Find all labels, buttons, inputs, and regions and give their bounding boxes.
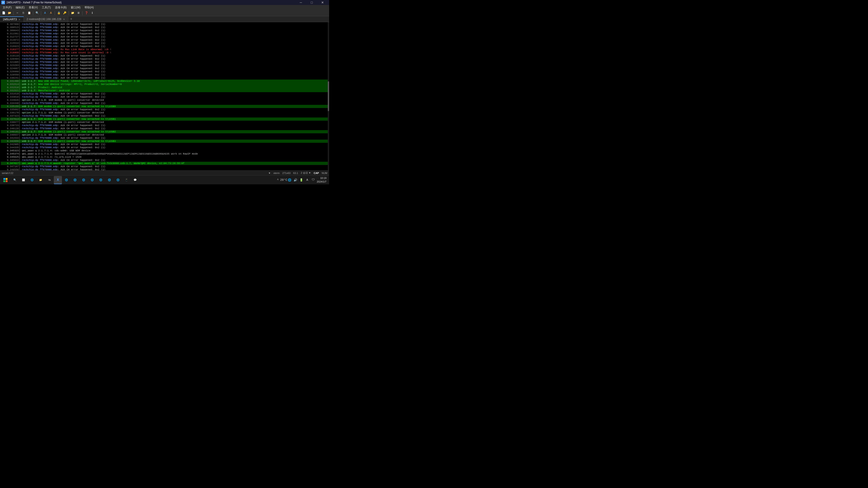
terminal-line-9: 9.318809] rockchip-dp ff970000.edp: Rx M… [1, 51, 328, 54]
menubar: 文件(F) 编辑(E) 查看(V) 工具(T) 选项卡(B) 窗口(W) 帮助(… [0, 5, 329, 10]
terminal-output[interactable]: 9.307008] rockchip-dp ff970000.edp: AUX … [0, 22, 329, 170]
tab-rootroot[interactable]: 2 rootroot@192.168.186.228 ✕ [24, 17, 68, 22]
terminal-line-16: 9.328559] rockchip-dp ff970000.edp: AUX … [1, 73, 328, 76]
toolbar-lock[interactable]: 🔒 [56, 11, 61, 15]
tab-rootroot-close[interactable]: ✕ [63, 18, 65, 21]
statusbar: serial://:22 ▼ xterm 271x63 63.1 2 会话 ▼ … [0, 170, 329, 175]
taskbar-taskview[interactable]: ⬜ [20, 176, 28, 184]
menu-file[interactable]: 文件(F) [1, 5, 13, 10]
menu-window[interactable]: 窗口(W) [69, 5, 82, 10]
toolbar-help[interactable]: ❓ [84, 11, 89, 15]
terminal-line-43: 9.345833] rockchip-dp ff970000.edp: AUX … [1, 159, 328, 162]
toolbar-sep3 [41, 11, 41, 15]
terminal-line-38: 9.342905] rockchip-dp ff970000.edp: AUX … [1, 143, 328, 146]
terminal-line-26: 9.335155] usb 2-1.7: GSM modem (1-port) … [1, 105, 328, 108]
taskbar-chrome1[interactable]: 🌐 [62, 176, 70, 184]
minimize-button[interactable]: ─ [296, 0, 306, 5]
tray-lang[interactable]: A [305, 178, 309, 182]
terminal-line-27: 9.335892] rockchip-dp ff970000.edp: AUX … [1, 108, 328, 111]
terminal-line-6: 9.315534] rockchip-dp ff970000.edp: AUX … [1, 41, 328, 45]
tab-add-button[interactable]: + [68, 17, 74, 22]
taskbar-search[interactable]: 🔍 [11, 176, 19, 184]
terminal-line-15: 9.326060] rockchip-dp ff970000.edp: AUX … [1, 70, 328, 73]
taskbar-app2[interactable]: 💬 [131, 176, 139, 184]
titlebar-left: X 1M5UART3 - Xshell 7 (Free for Home/Sch… [1, 1, 62, 4]
toolbar-cut[interactable]: ✂ [15, 11, 20, 15]
toolbar-sep4 [55, 11, 55, 15]
session-path: serial://:22 [2, 172, 13, 174]
tray-volume[interactable]: 🔊 [293, 178, 298, 182]
toolbar-info[interactable]: ℹ [90, 11, 95, 15]
start-button[interactable] [1, 176, 10, 184]
terminal-line-1: 9.308515] rockchip-dp ff970000.edp: AUX … [1, 26, 328, 29]
menu-help[interactable]: 帮助(H) [83, 5, 96, 10]
scrollbar-thumb[interactable] [328, 81, 329, 111]
terminal-line-33: 9.340120] rockchip-dp ff970000.edp: AUX … [1, 127, 328, 130]
tabbar: 1M5UART3 ✕ 2 rootroot@192.168.186.228 ✕ … [0, 16, 329, 22]
tray-antivirus[interactable]: 🛡 [311, 178, 315, 182]
toolbar-new[interactable]: 📄 [1, 11, 6, 15]
taskbar-store[interactable]: 🛍 [45, 176, 53, 184]
terminal-line-32: 9.338723] rockchip-dp ff970000.edp: AUX … [1, 124, 328, 127]
tab-1m5uart3-close[interactable]: ✕ [18, 18, 21, 21]
taskbar-explorer[interactable]: 📁 [37, 176, 45, 184]
terminal-line-5: 9.313972] rockchip-dp ff970000.edp: AUX … [1, 38, 328, 41]
toolbar-open[interactable]: 📂 [7, 11, 12, 15]
terminal-line-28: 9.336170] option 2-1.7:1.1: GSM modem (1… [1, 111, 328, 114]
taskbar-xshell[interactable]: X [54, 176, 62, 184]
clock-time: 10:19 [317, 176, 327, 180]
menu-view[interactable]: 查看(V) [27, 5, 39, 10]
menu-edit[interactable]: 编辑(E) [14, 5, 26, 10]
terminal-line-24: 9.334026] option 2-1.7:1.0: GSM modem (1… [1, 98, 328, 102]
toolbar-copy[interactable]: ⎘ [21, 11, 26, 15]
maximize-button[interactable]: □ [307, 0, 317, 5]
tray-battery[interactable]: 🔋 [299, 178, 304, 182]
cap-indicator: CAP [314, 172, 319, 174]
taskbar-chrome6[interactable]: 🌐 [105, 176, 114, 184]
menu-tabs[interactable]: 选项卡(B) [53, 5, 68, 10]
toolbar-search[interactable]: 🔍 [34, 11, 40, 15]
terminal-line-3: 9.311561] rockchip-dp ff970000.edp: AUX … [1, 32, 328, 35]
terminal-line-42: 9.345625] qmi_wwan q 2-1.7:1.4: rx_urb_s… [1, 156, 328, 159]
window-title: 1M5UART3 - Xshell 7 (Free for Home/Schoo… [6, 1, 62, 4]
taskbar-app1[interactable]: 📱 [123, 176, 131, 184]
menu-tools[interactable]: 工具(T) [40, 5, 53, 10]
tab-1m5uart3[interactable]: 1M5UART3 ✕ [0, 17, 24, 22]
toolbar-color2[interactable]: A [48, 11, 54, 15]
system-clock[interactable]: 10:19 2024/1/7 [317, 176, 327, 184]
zoom-level: 63.1 [293, 172, 298, 174]
toolbar-color[interactable]: A [42, 11, 48, 15]
terminal-line-23: 9.333016] rockchip-dp ff970000.edp: AUX … [1, 95, 328, 98]
taskbar-chrome4[interactable]: 🌐 [88, 176, 96, 184]
toolbar-paste[interactable]: 📋 [26, 11, 32, 15]
taskbar-chrome7[interactable]: 🌐 [114, 176, 122, 184]
terminal-line-41: 9.345374] qmi_wwan q 2-1.7:1.4: Quectel … [1, 152, 328, 156]
terminal-line-11: 9.320494] rockchip-dp ff970000.edp: AUX … [1, 57, 328, 61]
tray-chevron[interactable]: ^ [276, 178, 280, 182]
terminal-line-7: 9.316923] rockchip-dp ff970000.edp: AUX … [1, 45, 328, 48]
close-button[interactable]: ✕ [317, 0, 328, 5]
toolbar-key[interactable]: 🔑 [62, 11, 67, 15]
taskbar-items: 🔍 ⬜ 🌐 📁 🛍 X 🌐 🌐 🌐 🌐 🌐 🌐 🌐 📱 💬 [11, 176, 273, 184]
terminal-line-45: 9.347167] rockchip-dp ff970000.edp: AUX … [1, 165, 328, 168]
toolbar-folder[interactable]: 📁 [70, 11, 75, 15]
terminal-line-19: 9.331514] usb 2-1.7: New USB device stri… [1, 83, 328, 86]
titlebar-controls: ─ □ ✕ [296, 0, 328, 5]
tray-temp[interactable]: 20°C [281, 178, 286, 182]
taskbar-chrome5[interactable]: 🌐 [97, 176, 105, 184]
terminal-type: xterm [274, 172, 280, 174]
tab-1m5uart3-label: 1M5UART3 [3, 18, 17, 21]
scrollbar-track[interactable] [328, 22, 329, 170]
terminal-size: 271x63 [282, 172, 290, 174]
terminal-line-10: 9.319119] rockchip-dp ff970000.edp: AUX … [1, 54, 328, 57]
taskbar-chrome3[interactable]: 🌐 [80, 176, 88, 184]
toolbar-monitor[interactable]: 🖥 [76, 11, 81, 15]
session-count[interactable]: 2 会话 ▼ [301, 171, 311, 175]
terminal-line-12: 9.321885] rockchip-dp ff970000.edp: AUX … [1, 61, 328, 64]
terminal-line-2: 9.309843] rockchip-dp ff970000.edp: AUX … [1, 29, 328, 32]
tray-network[interactable]: 🌐 [287, 178, 292, 182]
taskbar-chrome2[interactable]: 🌐 [71, 176, 79, 184]
svg-rect-0 [3, 178, 5, 180]
taskbar-edge[interactable]: 🌐 [28, 176, 36, 184]
svg-rect-1 [6, 178, 7, 180]
